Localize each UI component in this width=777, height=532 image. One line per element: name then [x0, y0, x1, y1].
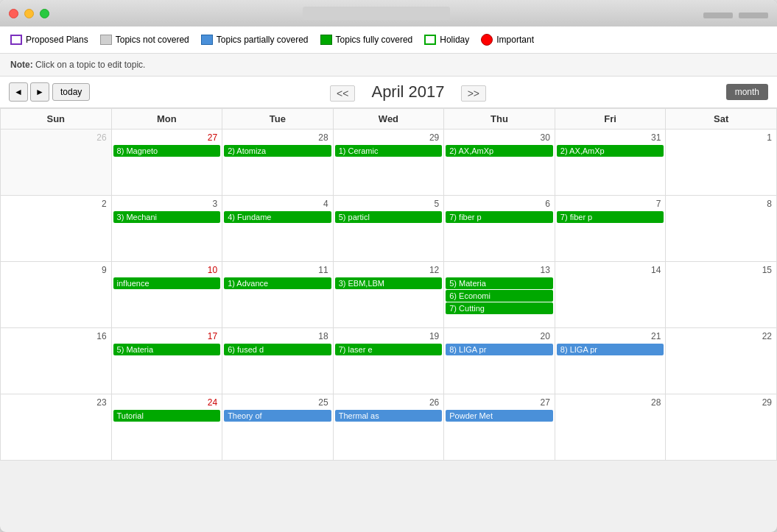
day-number: 25	[224, 396, 331, 409]
calendar-day[interactable]: 16	[1, 328, 112, 394]
day-number: 9	[2, 263, 110, 277]
calendar-event[interactable]: 7) fiber p	[557, 211, 664, 223]
calendar-event[interactable]: Theory of	[224, 410, 331, 422]
calendar-day[interactable]: 77) fiber p	[555, 196, 666, 262]
calendar-event[interactable]: Tutorial	[113, 410, 221, 422]
calendar-day[interactable]: 175) Materia	[111, 328, 222, 394]
calendar-day[interactable]: 278) Magneto	[111, 130, 222, 196]
calendar-day[interactable]: 218) LIGA pr	[555, 328, 666, 394]
next-month-button[interactable]: >>	[461, 85, 486, 102]
calendar-day[interactable]: 44) Fundame	[222, 196, 334, 262]
calendar-day[interactable]: 14	[555, 262, 666, 328]
calendar-day[interactable]: 25Theory of	[222, 394, 334, 461]
calendar-event[interactable]: 3) EBM,LBM	[335, 277, 443, 289]
calendar-event[interactable]: 5) Materia	[446, 277, 553, 289]
calendar-day[interactable]: 55) particl	[333, 196, 444, 262]
calendar-event[interactable]: 2) Atomiza	[224, 145, 331, 157]
col-sun: Sun	[1, 109, 112, 130]
calendar-day[interactable]: 135) Materia6) Economi7) Cutting	[444, 262, 555, 328]
calendar-event[interactable]: Powder Met	[446, 410, 553, 422]
next-nav-button[interactable]: ►	[30, 82, 49, 102]
legend-fully-covered: Topics fully covered	[320, 35, 413, 45]
calendar-event[interactable]: 4) Fundame	[224, 211, 331, 223]
calendar-day[interactable]: 9	[1, 262, 112, 328]
day-number: 13	[446, 263, 553, 277]
calendar-header-row: Sun Mon Tue Wed Thu Fri Sat	[1, 109, 777, 130]
note-prefix: Note:	[10, 60, 33, 70]
calendar-day[interactable]: 1	[666, 130, 777, 196]
calendar-event[interactable]: 7) laser e	[335, 344, 443, 355]
legend-important-label: Important	[496, 35, 534, 45]
calendar-day[interactable]: 22	[666, 328, 777, 394]
day-number: 5	[335, 197, 443, 210]
calendar-day[interactable]: 186) fused d	[222, 328, 334, 394]
col-wed: Wed	[333, 109, 444, 130]
day-number: 29	[335, 131, 443, 144]
calendar-event[interactable]: 5) particl	[335, 211, 443, 223]
calendar-day[interactable]: 15	[666, 262, 777, 328]
prev-nav-button[interactable]: ◄	[9, 82, 28, 102]
day-number: 26	[335, 396, 443, 409]
calendar-day[interactable]: 291) Ceramic	[333, 130, 444, 196]
calendar-event[interactable]: 3) Mechani	[113, 211, 221, 223]
calendar-event[interactable]: 1) Advance	[224, 277, 331, 289]
legend-not-covered: Topics not covered	[100, 35, 189, 45]
nav-buttons: ◄ ►	[9, 82, 49, 102]
calendar-week-2: 910influence111) Advance123) EBM,LBM135)…	[1, 262, 777, 328]
day-number: 26	[2, 131, 110, 144]
calendar-week-1: 233) Mechani44) Fundame55) particl67) fi…	[1, 196, 777, 262]
calendar-day[interactable]: 26	[1, 130, 112, 196]
calendar-event[interactable]: 2) AX,AmXp	[557, 145, 664, 157]
month-year-label: April 2017	[371, 82, 444, 101]
calendar-event[interactable]: Thermal as	[335, 410, 443, 422]
calendar-day[interactable]: 197) laser e	[333, 328, 444, 394]
day-number: 27	[446, 396, 553, 409]
calendar-day[interactable]: 29	[666, 394, 777, 461]
calendar-day[interactable]: 123) EBM,LBM	[333, 262, 444, 328]
today-button[interactable]: today	[52, 83, 90, 101]
calendar-day[interactable]: 208) LIGA pr	[444, 328, 555, 394]
calendar-event[interactable]: 7) fiber p	[446, 211, 553, 223]
calendar-event[interactable]: 6) Economi	[446, 290, 553, 302]
calendar-week-0: 26278) Magneto282) Atomiza291) Ceramic30…	[1, 130, 777, 196]
maximize-button[interactable]	[40, 9, 49, 18]
calendar-day[interactable]: 67) fiber p	[444, 196, 555, 262]
calendar-event[interactable]: 6) fused d	[224, 344, 331, 355]
calendar-event[interactable]: 1) Ceramic	[335, 145, 443, 157]
calendar-day[interactable]: 2	[1, 196, 112, 262]
legend-partially-covered-label: Topics partially covered	[217, 35, 309, 45]
month-view-button[interactable]: month	[726, 84, 768, 100]
day-number: 24	[113, 396, 221, 409]
calendar-event[interactable]: 8) LIGA pr	[446, 344, 553, 355]
day-number: 19	[335, 330, 443, 343]
close-button[interactable]	[9, 9, 18, 18]
calendar-day[interactable]: 282) Atomiza	[222, 130, 334, 196]
calendar-day[interactable]: 111) Advance	[222, 262, 334, 328]
month-title-area: << April 2017 >>	[90, 82, 725, 102]
calendar-day[interactable]: 33) Mechani	[111, 196, 222, 262]
calendar-day[interactable]: 10influence	[111, 262, 222, 328]
prev-month-button[interactable]: <<	[330, 85, 355, 102]
calendar-event[interactable]: 8) LIGA pr	[557, 344, 664, 355]
calendar-day[interactable]: 8	[666, 196, 777, 262]
legend-holiday: Holiday	[424, 35, 469, 45]
calendar-day[interactable]: 302) AX,AmXp	[444, 130, 555, 196]
calendar-day[interactable]: 312) AX,AmXp	[555, 130, 666, 196]
calendar-day[interactable]: 24Tutorial	[111, 394, 222, 461]
calendar-event[interactable]: 7) Cutting	[446, 302, 553, 314]
day-number: 30	[446, 131, 553, 144]
calendar-event[interactable]: 5) Materia	[113, 344, 221, 355]
legend-holiday-label: Holiday	[440, 35, 469, 45]
day-number: 1	[667, 131, 775, 144]
calendar-day[interactable]: 23	[1, 394, 112, 461]
minimize-button[interactable]	[24, 9, 34, 18]
calendar-day[interactable]: 28	[555, 394, 666, 461]
calendar-event[interactable]: influence	[113, 277, 221, 289]
calendar-event[interactable]: 2) AX,AmXp	[446, 145, 553, 157]
col-fri: Fri	[555, 109, 666, 130]
calendar-day[interactable]: 26Thermal as	[333, 394, 444, 461]
address-bar[interactable]	[303, 7, 450, 20]
day-number: 31	[557, 131, 664, 144]
calendar-event[interactable]: 8) Magneto	[113, 145, 221, 157]
calendar-day[interactable]: 27Powder Met	[444, 394, 555, 461]
